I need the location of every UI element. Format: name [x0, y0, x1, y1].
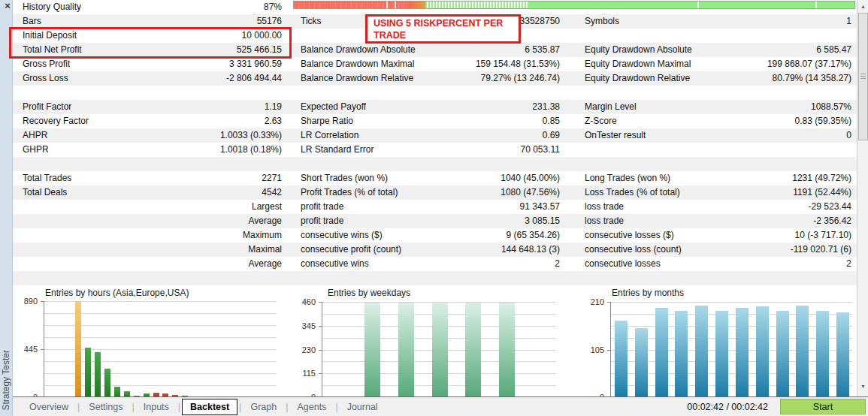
tab-journal[interactable]: Journal [340, 399, 386, 414]
y-axis-tick-label: 210 [579, 297, 604, 306]
stat-cell: Balance Drawdown Relative79.27% (13 246.… [292, 71, 570, 86]
y-axis-tick [41, 349, 44, 350]
stat-value: 2 [846, 257, 851, 271]
stat-label: Gross Profit [23, 57, 70, 71]
stat-value: 0.69 [543, 128, 560, 143]
vertical-scrollbar[interactable]: ▲ ▼ [857, 0, 868, 396]
stat-label: LR Standard Error [301, 143, 374, 157]
stat-value: 79.27% (13 246.74) [481, 71, 560, 86]
stat-cell: loss trade-29 523.44 [570, 200, 857, 214]
history-quality-bar [293, 1, 855, 9]
chart-bar [635, 328, 648, 397]
y-axis-tick [319, 302, 322, 303]
stat-cell: consecutive losses ($)10 (-3 717.10) [570, 228, 857, 243]
table-row: Averageprofit trade3 085.15loss trade-2 … [13, 214, 857, 228]
stat-cell: Average [13, 214, 292, 228]
chart-bar [114, 387, 120, 397]
quality-segment-red [294, 2, 409, 8]
stat-label: Long Trades (won %) [585, 171, 670, 185]
stat-value: 2 [555, 257, 560, 271]
stat-cell: Average [13, 257, 292, 271]
table-row [13, 271, 857, 285]
table-row: Total Trades2271Short Trades (won %)1040… [13, 171, 857, 185]
stat-cell: Total Deals4542 [13, 185, 292, 200]
stat-label: Gross Loss [23, 71, 68, 86]
stat-value: -2 806 494.44 [226, 71, 282, 86]
y-axis-tick [319, 373, 322, 374]
scroll-up-icon[interactable]: ▲ [858, 2, 868, 11]
stat-cell: AHPR1.0033 (0.33%) [13, 128, 292, 143]
annotation-note-text: USING 5 RISKPERCENT PER TRADE [374, 18, 503, 41]
table-row [13, 86, 857, 100]
stat-cell [570, 86, 857, 100]
stat-label: Equity Drawdown Relative [585, 71, 690, 86]
stat-cell [292, 271, 570, 285]
stat-value: 1191 (52.44%) [793, 185, 851, 200]
tab-backtest[interactable]: Backtest [182, 399, 237, 415]
stat-cell: Sharpe Ratio0.85 [292, 114, 570, 128]
scrollbar-thumb[interactable] [858, 13, 868, 140]
tabs: Overview|Settings|Inputs|Backtest|Graph|… [13, 399, 386, 415]
stat-cell: profit trade3 085.15 [292, 214, 570, 228]
scrollbar-grip [860, 74, 866, 74]
y-axis-tick [319, 326, 322, 327]
stat-cell: consecutive profit (count)144 648.13 (3) [292, 243, 570, 257]
stat-value: 1080 (47.56%) [501, 185, 560, 200]
y-axis-tick [607, 302, 610, 303]
table-row: Maximumconsecutive wins ($)9 (65 354.26)… [13, 228, 857, 243]
stat-label: loss trade [585, 214, 624, 228]
stat-cell: loss trade-2 356.42 [570, 214, 857, 228]
tab-agents[interactable]: Agents [289, 399, 334, 414]
tab-graph[interactable]: Graph [243, 399, 284, 414]
stat-cell [570, 271, 857, 285]
stat-label: Balance Drawdown Relative [301, 71, 413, 86]
scroll-down-icon[interactable]: ▼ [858, 381, 868, 391]
stat-value: -2 356.42 [813, 214, 851, 228]
chart-bar [104, 369, 110, 397]
stat-cell [570, 143, 857, 157]
stat-value: 80.79% (14 358.27) [773, 71, 851, 86]
stat-value: 1.19 [265, 100, 282, 114]
stat-cell: consecutive loss (count)-119 020.71 (6) [570, 243, 857, 257]
tab-divider: | [237, 402, 243, 412]
stat-cell: LR Standard Error70 053.11 [292, 143, 570, 157]
chart-bar [736, 308, 749, 397]
tab-overview[interactable]: Overview [22, 399, 76, 414]
y-axis-tick-label: 230 [290, 345, 316, 354]
stat-value: 9 (65 354.26) [507, 228, 560, 243]
y-axis-tick [319, 350, 322, 351]
tab-divider: | [334, 402, 339, 412]
chart-bar [398, 303, 414, 397]
y-axis-tick-label: 445 [12, 345, 38, 354]
stat-value: 1 [846, 14, 851, 29]
table-row: Maximalconsecutive profit (count)144 648… [13, 243, 857, 257]
stat-value: Average [249, 257, 282, 271]
stat-cell [13, 271, 292, 285]
stat-label: Symbols [585, 14, 619, 29]
table-row: Profit Factor1.19Expected Payoff231.38Ma… [13, 100, 857, 114]
stat-label: Equity Drawdown Absolute [585, 43, 692, 57]
chart-bar [75, 301, 81, 397]
tab-settings[interactable]: Settings [81, 399, 130, 414]
stat-cell: Equity Drawdown Relative80.79% (14 358.2… [570, 71, 857, 86]
y-axis-tick [607, 350, 610, 351]
tab-inputs[interactable]: Inputs [136, 399, 177, 414]
stat-value: 3 331 960.59 [229, 57, 282, 71]
chart-bar [364, 303, 380, 397]
chart-plot [322, 302, 556, 397]
stat-cell: OnTester result0 [570, 128, 857, 143]
stat-label: AHPR [23, 128, 47, 143]
stat-value: 6 535.87 [525, 43, 560, 57]
stat-value: 0.85 [543, 114, 560, 128]
stat-value: 1088.57% [811, 100, 851, 114]
chart-bar [432, 303, 448, 397]
chart-bar [776, 311, 789, 397]
stat-cell [13, 86, 292, 100]
close-icon[interactable]: × [2, 0, 13, 12]
stat-cell: consecutive wins2 [292, 257, 570, 271]
start-button[interactable]: Start [780, 399, 866, 414]
stat-label: consecutive losses [585, 257, 661, 271]
stat-cell: Maximal [13, 243, 292, 257]
annotation-note: USING 5 RISKPERCENT PER TRADE [365, 14, 521, 44]
stat-value: 4542 [262, 185, 282, 200]
